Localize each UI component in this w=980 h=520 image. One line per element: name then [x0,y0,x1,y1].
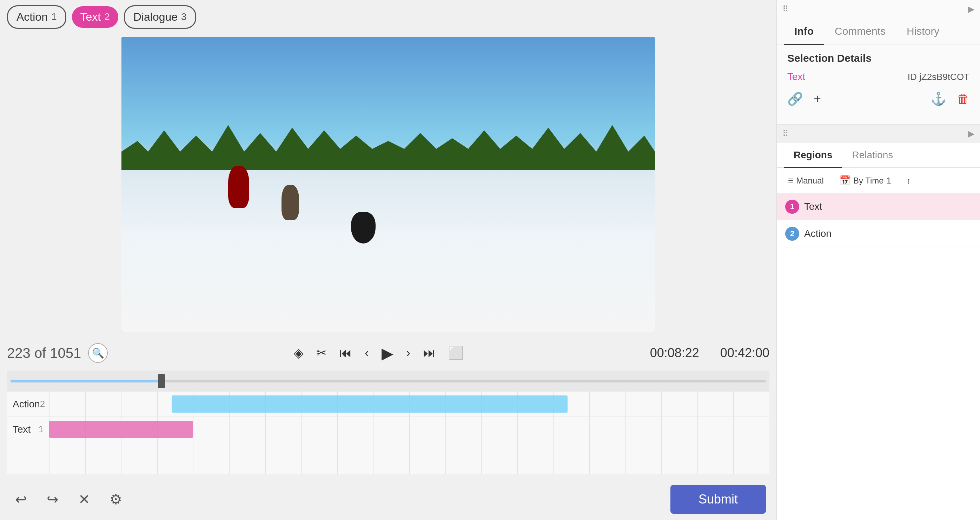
action-segment-1[interactable] [172,396,568,413]
link-icon: 🔗 [787,92,803,106]
figure-person-3 [351,212,375,243]
zoom-icon: 🔍 [92,347,104,359]
video-scene [121,37,655,332]
figure-person-2 [282,185,299,220]
tag-dialogue-label: Dialogue [134,11,178,24]
close-button[interactable]: ✕ [74,489,95,510]
sel-id-value: ID jZ2sB9tCOT [908,72,969,83]
anchor-icon: ⚓ [931,92,946,106]
info-panel: Info Comments History Selection Details … [777,18,980,124]
manual-filter-button[interactable]: ≡ Manual [784,173,828,188]
scissors-icon: ✂ [316,346,327,360]
tag-text[interactable]: Text 2 [72,6,118,28]
text-segment-1[interactable] [49,421,193,438]
region-label-1: Text [804,201,822,212]
video-frame[interactable] [121,37,655,332]
redo-icon: ↪ [47,491,59,507]
add-icon: + [814,92,821,106]
tag-dialogue[interactable]: Dialogue 3 [124,5,196,29]
by-time-filter-button[interactable]: 📅 By Time 1 [835,173,896,188]
track-action-segments[interactable] [49,391,769,417]
right-panel: ⠿ ▶ Info Comments History Selection Deta… [776,0,980,520]
figure-person-1 [228,166,249,208]
zoom-button[interactable]: 🔍 [88,343,108,363]
regions-tabs: Regions Relations [777,143,980,168]
link-button[interactable]: 🔗 [787,92,803,106]
tab-regions[interactable]: Regions [784,143,842,168]
regions-toolbar: ≡ Manual 📅 By Time 1 ↑ [777,168,980,193]
tab-info[interactable]: Info [784,18,824,45]
scrubber-fill [11,380,161,382]
track-action-label: Action 2 [7,399,49,410]
prev-frame-icon: ‹ [365,346,369,360]
tab-history[interactable]: History [896,18,950,45]
current-frame: 223 [7,345,30,361]
close-icon: ✕ [78,491,90,507]
regions-list: 1 Text 2 Action [777,193,980,520]
region-num-2: 2 [785,227,799,241]
play-button[interactable]: ▶ [379,341,396,365]
total-frames: 1051 [50,345,81,361]
sel-info-row: Text ID jZ2sB9tCOT [787,71,969,83]
track-text-label: Text 1 [7,424,49,435]
time-total: 00:42:00 [720,346,769,360]
skip-back-icon: ⏮ [339,346,352,360]
time-current: 00:08:22 [650,346,699,360]
tag-action-label: Action [16,11,48,24]
tag-action-number: 1 [51,11,57,22]
add-region-icon: ◈ [294,346,304,360]
tag-action[interactable]: Action 1 [7,5,66,29]
next-frame-button[interactable]: › [403,343,413,363]
prev-frame-button[interactable]: ‹ [362,343,372,363]
tag-bar: Action 1 Text 2 Dialogue 3 [0,0,776,34]
settings-icon: ⚙ [110,491,122,507]
skip-back-button[interactable]: ⏮ [337,343,355,363]
region-label-2: Action [804,228,832,239]
redo-button[interactable]: ↪ [42,489,63,510]
sel-id-code: jZ2sB9tCOT [919,72,969,82]
track-text-segments[interactable] [49,417,769,442]
selection-details: Selection Details Text ID jZ2sB9tCOT 🔗 +… [777,45,980,117]
expand-arrow-icon[interactable]: ▶ [968,4,974,14]
tab-relations[interactable]: Relations [842,143,903,168]
skip-fwd-button[interactable]: ⏭ [420,343,438,363]
panel-drag-handle-top: ⠿ ▶ [777,0,980,18]
track-action: Action 2 [7,391,769,417]
delete-button[interactable]: 🗑 [957,92,969,106]
video-snow [121,170,655,332]
region-item-2[interactable]: 2 Action [777,220,980,247]
scrubber-thumb[interactable] [158,374,165,388]
list-icon: ≡ [788,175,793,186]
settings-button[interactable]: ⚙ [105,489,126,510]
submit-button[interactable]: Submit [670,485,766,514]
drag-dots-icon: ⠿ [783,4,789,14]
region-num-1: 1 [785,200,799,214]
regions-expand-arrow-icon[interactable]: ▶ [968,129,974,138]
scrubber-track[interactable] [11,380,766,382]
sort-icon: ↑ [907,176,911,186]
tab-comments[interactable]: Comments [824,18,896,45]
frame-counter: 223 of 1051 [7,345,81,361]
timeline-area: Action 2 Text 1 [7,391,769,474]
screenshot-icon: ⬜ [448,346,464,360]
selection-details-title: Selection Details [787,52,969,64]
skip-fwd-icon: ⏭ [423,346,436,360]
add-button[interactable]: + [814,92,821,106]
frame-sep: of [34,345,50,361]
regions-drag-handle: ⠿ ▶ [777,124,980,143]
regions-panel: ⠿ ▶ Regions Relations ≡ Manual 📅 By Time… [777,124,980,520]
scrubber-area[interactable] [7,371,769,391]
screenshot-button[interactable]: ⬜ [445,343,467,363]
undo-icon: ↩ [15,491,27,507]
undo-button[interactable]: ↩ [11,489,32,510]
play-icon: ▶ [382,344,393,362]
region-item-1[interactable]: 1 Text [777,193,980,220]
next-frame-icon: › [406,346,410,360]
scissors-button[interactable]: ✂ [313,343,329,363]
sel-type-label: Text [787,71,805,83]
add-region-button[interactable]: ◈ [291,343,306,363]
tag-text-number: 2 [104,11,110,22]
anchor-button[interactable]: ⚓ [931,92,946,106]
video-trees [121,120,655,173]
sort-order-button[interactable]: ↑ [902,174,915,188]
